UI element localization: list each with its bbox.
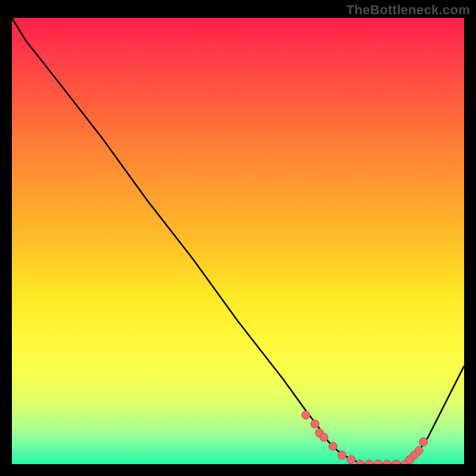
watermark-text: TheBottleneck.com xyxy=(346,2,470,18)
plot-area xyxy=(12,18,464,464)
floor-dot xyxy=(365,460,373,464)
floor-dot xyxy=(338,451,346,459)
floor-dot xyxy=(311,420,319,428)
floor-dot xyxy=(392,460,400,464)
floor-dot xyxy=(329,442,337,450)
floor-dot xyxy=(415,447,423,455)
floor-dots-group xyxy=(302,411,428,465)
curve-overlay xyxy=(12,18,464,464)
floor-dot xyxy=(383,460,392,464)
floor-dot xyxy=(347,456,355,464)
bottleneck-curve xyxy=(12,18,464,464)
floor-dot xyxy=(419,438,428,446)
floor-dot xyxy=(356,460,364,464)
floor-dot xyxy=(374,460,383,464)
chart-frame: TheBottleneck.com xyxy=(0,0,476,476)
floor-dot xyxy=(320,433,328,441)
floor-dot xyxy=(302,411,310,419)
